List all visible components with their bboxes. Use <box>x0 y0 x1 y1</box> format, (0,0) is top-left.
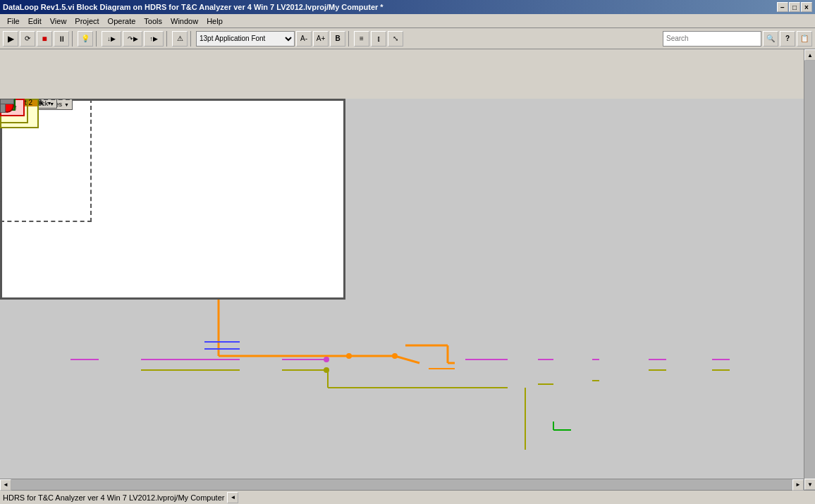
toolbar: ▶ ⟳ ■ ⏸ 💡 ↓▶ ↷▶ ↑▶ ⚠ 13pt Application Fo… <box>0 28 815 49</box>
scroll-up-button[interactable]: ▲ <box>804 49 815 61</box>
menubar: File Edit View Project Operate Tools Win… <box>0 14 815 28</box>
svg-point-2 <box>346 353 352 359</box>
scroll-down-button[interactable]: ▼ <box>804 479 815 490</box>
scroll-track-bottom[interactable] <box>11 479 792 490</box>
titlebar: DataLoop Rev1.5.vi Block Diagram on HDRS… <box>0 0 815 14</box>
minimize-button[interactable]: − <box>777 2 788 12</box>
search-button[interactable]: 🔍 <box>763 31 778 47</box>
font-size-increase[interactable]: A+ <box>313 31 329 47</box>
statusbar: HDRS for T&C Analyzer ver 4 Win 7 LV2012… <box>0 490 815 504</box>
bold-button[interactable]: B <box>330 31 345 47</box>
run-button[interactable]: ▶ <box>3 31 18 47</box>
main-diagram-area[interactable]: Generate 1D array Numer of data points 1… <box>0 99 804 504</box>
help-button[interactable]: ? <box>780 31 795 47</box>
svg-point-35 <box>392 353 398 359</box>
svg-point-34 <box>324 367 329 373</box>
menu-edit[interactable]: Edit <box>24 16 46 27</box>
font-size-decrease[interactable]: A- <box>296 31 312 47</box>
step-out-button[interactable]: ↑▶ <box>144 31 164 47</box>
pause-button[interactable]: ⏸ <box>54 31 69 47</box>
close-button[interactable]: × <box>801 2 812 12</box>
scroll-right-button[interactable]: ► <box>792 479 804 491</box>
search-input[interactable] <box>663 31 761 47</box>
menu-tools[interactable]: Tools <box>140 16 166 27</box>
scroll-track-right[interactable] <box>804 61 815 479</box>
menu-file[interactable]: File <box>3 16 24 27</box>
step-into-button[interactable]: ↓▶ <box>102 31 121 47</box>
maximize-button[interactable]: □ <box>789 2 800 12</box>
menu-view[interactable]: View <box>46 16 71 27</box>
scroll-left-button[interactable]: ◄ <box>0 479 11 491</box>
font-select[interactable]: 13pt Application Font <box>196 31 295 47</box>
align-button[interactable]: ≡ <box>354 31 369 47</box>
distribute-button[interactable]: ⫿ <box>371 31 386 47</box>
window-controls: − □ × <box>777 2 812 12</box>
highlight-button[interactable]: 💡 <box>78 31 93 47</box>
run-continuously-button[interactable]: ⟳ <box>20 31 35 47</box>
title-text: DataLoop Rev1.5.vi Block Diagram on HDRS… <box>3 3 384 11</box>
svg-line-4 <box>395 356 419 363</box>
abort-button[interactable]: ■ <box>37 31 52 47</box>
status-scroll-left[interactable]: ◄ <box>227 492 238 503</box>
menu-project[interactable]: Project <box>71 16 103 27</box>
menu-help[interactable]: Help <box>202 16 227 27</box>
step-over-button[interactable]: ↷▶ <box>123 31 142 47</box>
menu-window[interactable]: Window <box>166 16 202 27</box>
loop-border-grip-bottom <box>0 99 14 104</box>
warning-button[interactable]: ⚠ <box>172 31 188 47</box>
menu-operate[interactable]: Operate <box>104 16 140 27</box>
resize-button[interactable]: ⤡ <box>388 31 403 47</box>
status-project-path: HDRS for T&C Analyzer ver 4 Win 7 LV2012… <box>3 493 224 502</box>
svg-point-33 <box>324 357 329 362</box>
scrollbar-bottom[interactable]: ◄ ► <box>0 479 804 490</box>
context-help-button[interactable]: 📋 <box>797 31 812 47</box>
scrollbar-right[interactable]: ▲ ▼ <box>804 49 815 490</box>
